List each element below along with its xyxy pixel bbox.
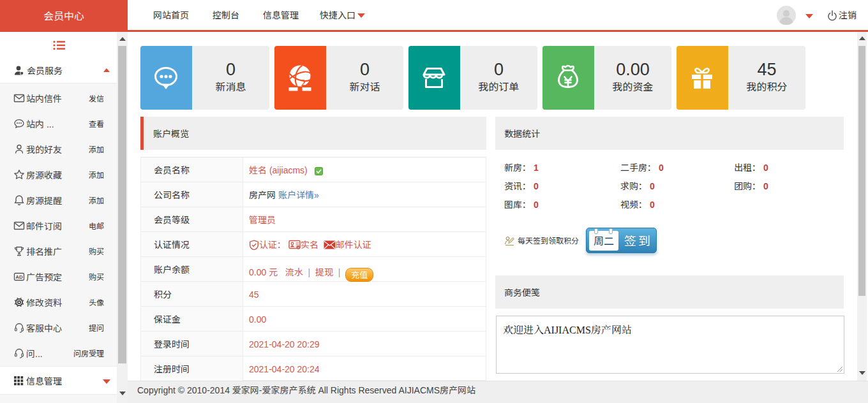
svg-text:2: 2 bbox=[301, 78, 306, 88]
svg-text:AD: AD bbox=[15, 274, 23, 280]
